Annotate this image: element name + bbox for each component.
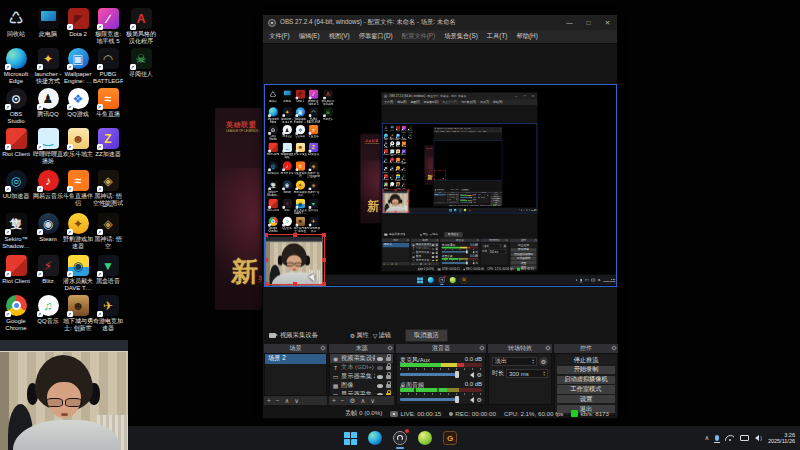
properties-button[interactable]: ⚙属性 [350,331,369,340]
desktop-icon[interactable]: ❖QQ游戏 [63,88,93,118]
gear-icon[interactable]: ⚙ [477,397,482,403]
menu-item[interactable]: 停靠窗口(D) [359,32,393,41]
lock-icon[interactable] [386,366,391,370]
desktop-icon[interactable]: ‿哔哩哔哩直播姬 [33,128,63,164]
control-button[interactable]: 开始录制 [557,366,615,374]
desktop-icon[interactable]: ◤Dota 2 [63,8,93,38]
filters-button[interactable]: ▽滤镜 [373,331,391,340]
scenes-toolbar-button[interactable]: − [276,397,280,404]
deactivate-button[interactable]: 取消激活 [405,329,448,342]
selection-handle[interactable] [264,258,268,262]
selection-handle[interactable] [264,282,268,286]
taskbar-start-icon[interactable] [342,430,358,446]
desktop-icon[interactable]: ∕极限竞速: 地平线 5 [93,8,123,44]
taskbar-media-app-icon[interactable] [417,430,433,446]
tray-chevron-up-icon[interactable]: ∧ [704,435,709,442]
selection-handle[interactable] [293,282,297,286]
obs-preview-canvas[interactable]: ♺回收站此电脑◤Dota 2∕极限竞速: 地平线 5A极简风格的汉化程序Micr… [264,84,617,287]
desktop-icon[interactable]: ⊙OBS Studio [1,88,31,124]
desktop-icon[interactable]: ≈斗鱼直播 [93,88,123,118]
control-button[interactable]: 设置 [557,395,615,403]
source-list[interactable]: ◉视频采集设备T文本 (GDI+)▭显示器采集 2▦图像▭显示器采集 [329,353,394,396]
desktop-icon[interactable]: ☻地下城与勇士: 创新世纪 [63,295,93,332]
desktop-icon[interactable]: Riot Client [1,128,31,158]
menu-item[interactable]: 工具(T) [487,32,508,41]
selection-handle[interactable] [322,258,326,262]
desktop-icon[interactable]: ⚡Blitz [33,255,63,285]
menu-item[interactable]: 文件(F) [269,32,290,41]
duration-field[interactable]: 300 ms▴▾ [506,369,548,378]
scene-list[interactable]: 场景 2 [264,353,327,396]
selection-handle[interactable] [293,233,297,237]
lock-icon[interactable] [386,384,391,388]
menu-item[interactable]: 视图(V) [329,32,350,41]
sources-toolbar-button[interactable]: ∨ [370,397,375,405]
desktop-icon[interactable]: ☻欢乐斗地主 [63,128,93,158]
desktop-icon[interactable]: ◉Steam [33,213,63,243]
taskbar-game-app-icon[interactable]: G [442,430,458,446]
desktop-icon[interactable]: Riot Client [1,255,31,285]
stepper-arrows-icon[interactable]: ▴▾ [532,359,534,365]
control-button[interactable]: 停止推流 [557,356,615,364]
transition-gear-button[interactable]: ⚙ [539,357,548,366]
menu-item[interactable]: 编辑(E) [299,32,320,41]
desktop-icon[interactable]: A极简风格的汉化程序 [126,8,156,44]
desktop-icon[interactable]: ♫QQ音乐 [33,295,63,325]
desktop-icon[interactable]: ZZZ加速器 [93,128,123,158]
source-row[interactable]: ▭显示器采集 2 [330,372,393,381]
desktop-icon[interactable]: 此电脑 [33,8,63,38]
transition-select[interactable]: 淡出▴▾ [492,357,537,366]
visibility-eye-icon[interactable] [377,375,383,379]
visibility-eye-icon[interactable] [377,357,383,361]
selection-handle[interactable] [322,282,326,286]
visibility-eye-icon[interactable] [377,366,383,370]
desktop-icon[interactable]: ✈奇游电竞加速器 [93,295,123,331]
tray-display-icon[interactable] [740,435,749,441]
lock-icon[interactable] [386,393,391,397]
scene-item[interactable]: 场景 2 [265,354,326,364]
stepper-arrows-icon[interactable]: ▴▾ [543,371,545,377]
desktop-icon[interactable]: ☠寻阅佳人 [126,48,156,78]
lock-icon[interactable] [386,375,391,379]
desktop-icon[interactable]: ✦野豹游戏加速器 [63,213,93,249]
volume-slider[interactable] [400,398,467,401]
scenes-toolbar-button[interactable]: + [267,397,271,404]
speaker-icon[interactable] [470,397,474,403]
desktop-icon[interactable]: ♟腾讯QQ [33,88,63,118]
desktop-icon[interactable]: ▣Wallpaper Engine: … [63,48,93,84]
desktop-icon[interactable]: ◠PUBG BATTLEGR… [93,48,123,84]
obs-titlebar[interactable]: OBS 27.2.4 (64-bit, windows) - 配置文件: 未命名… [263,15,617,30]
gear-icon[interactable]: ⚙ [477,372,482,378]
desktop-icon[interactable]: ✦launcher - 快捷方式 [33,48,63,84]
desktop-icon[interactable]: ♺回收站 [1,8,31,38]
minimize-button[interactable]: — [560,15,579,30]
taskbar-edge-icon[interactable] [367,430,383,446]
sources-toolbar-button[interactable]: ∧ [360,397,365,405]
desktop-icon[interactable]: ▼黑盒语音 [93,255,123,285]
selection-handle[interactable] [322,233,326,237]
taskbar-obs-icon[interactable] [392,430,408,446]
desktop-icon[interactable]: ≈斗鱼直播伴侣 [63,170,93,206]
volume-slider[interactable] [400,373,467,376]
sources-toolbar-button[interactable]: − [341,397,345,404]
tray-microphone-icon[interactable] [715,435,719,441]
lock-icon[interactable] [386,357,391,361]
maximize-button[interactable]: □ [579,15,598,30]
source-row[interactable]: ◉视频采集设备 [330,354,393,363]
visibility-eye-icon[interactable] [377,384,383,388]
desktop-icon[interactable]: ♪网易云音乐 [33,170,63,200]
selection-handle[interactable] [264,233,268,237]
control-button[interactable]: 工作室模式 [557,385,615,393]
visibility-eye-icon[interactable] [377,393,383,397]
desktop-icon[interactable]: ◈黑神话: 悟空性能测试工具 [93,170,123,207]
sources-toolbar-button[interactable]: ⚙ [350,397,356,405]
source-row[interactable]: T文本 (GDI+) [330,363,393,372]
desktop-icon[interactable]: ◎UU加速器 [1,170,31,200]
menu-item[interactable]: 场景集合(S) [444,32,478,41]
tray-volume-icon[interactable]: ) [755,435,762,441]
scenes-toolbar-button[interactable]: ∧ [285,397,290,405]
speaker-icon[interactable] [470,372,474,378]
desktop-icon[interactable]: Microsoft Edge [1,48,31,84]
scenes-toolbar-button[interactable]: ∨ [294,397,299,405]
control-button[interactable]: 启动虚拟摄像机 [557,376,615,384]
